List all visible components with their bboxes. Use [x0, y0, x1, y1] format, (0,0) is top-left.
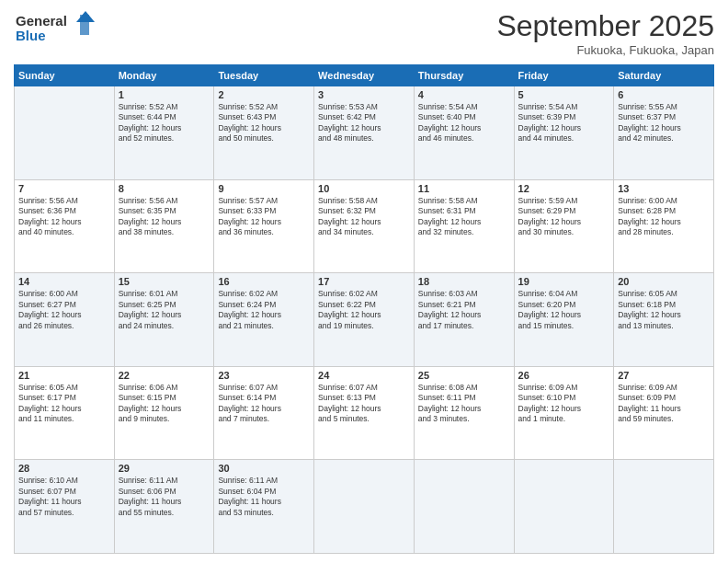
day-number: 1	[119, 89, 210, 100]
cell-info: Sunrise: 5:59 AM Sunset: 6:29 PM Dayligh…	[518, 196, 610, 238]
day-header-monday: Monday	[114, 65, 214, 86]
calendar-cell: 1Sunrise: 5:52 AM Sunset: 6:44 PM Daylig…	[114, 86, 214, 180]
day-number: 23	[218, 370, 310, 381]
svg-marker-3	[76, 11, 95, 22]
cell-info: Sunrise: 6:02 AM Sunset: 6:24 PM Dayligh…	[218, 289, 310, 331]
cell-info: Sunrise: 5:56 AM Sunset: 6:36 PM Dayligh…	[18, 196, 110, 238]
cell-info: Sunrise: 6:05 AM Sunset: 6:17 PM Dayligh…	[18, 383, 110, 425]
calendar-cell: 5Sunrise: 5:54 AM Sunset: 6:39 PM Daylig…	[514, 86, 614, 180]
day-number: 2	[218, 89, 310, 100]
calendar-cell: 9Sunrise: 5:57 AM Sunset: 6:33 PM Daylig…	[214, 179, 314, 273]
svg-text:Blue: Blue	[16, 28, 46, 43]
cell-info: Sunrise: 6:11 AM Sunset: 6:06 PM Dayligh…	[119, 476, 210, 518]
cell-info: Sunrise: 6:05 AM Sunset: 6:18 PM Dayligh…	[618, 289, 710, 331]
cell-info: Sunrise: 5:58 AM Sunset: 6:32 PM Dayligh…	[318, 196, 410, 238]
cell-info: Sunrise: 5:52 AM Sunset: 6:44 PM Dayligh…	[119, 102, 210, 144]
day-number: 9	[218, 183, 310, 194]
day-number: 21	[18, 370, 110, 381]
cell-info: Sunrise: 6:11 AM Sunset: 6:04 PM Dayligh…	[218, 476, 310, 518]
calendar-cell: 16Sunrise: 6:02 AM Sunset: 6:24 PM Dayli…	[214, 273, 314, 367]
day-number: 12	[518, 183, 610, 194]
calendar-cell: 12Sunrise: 5:59 AM Sunset: 6:29 PM Dayli…	[514, 179, 614, 273]
calendar-cell	[614, 460, 714, 554]
cell-info: Sunrise: 5:55 AM Sunset: 6:37 PM Dayligh…	[618, 102, 710, 144]
calendar-cell: 26Sunrise: 6:09 AM Sunset: 6:10 PM Dayli…	[514, 366, 614, 460]
calendar-cell: 6Sunrise: 5:55 AM Sunset: 6:37 PM Daylig…	[614, 86, 714, 180]
day-number: 16	[218, 276, 310, 287]
day-number: 6	[618, 89, 710, 100]
day-number: 11	[418, 183, 510, 194]
calendar-cell: 15Sunrise: 6:01 AM Sunset: 6:25 PM Dayli…	[114, 273, 214, 367]
cell-info: Sunrise: 5:56 AM Sunset: 6:35 PM Dayligh…	[119, 196, 210, 238]
cell-info: Sunrise: 6:09 AM Sunset: 6:09 PM Dayligh…	[618, 383, 710, 425]
calendar-cell: 2Sunrise: 5:52 AM Sunset: 6:43 PM Daylig…	[214, 86, 314, 180]
day-number: 26	[518, 370, 610, 381]
cell-info: Sunrise: 5:57 AM Sunset: 6:33 PM Dayligh…	[218, 196, 310, 238]
cell-info: Sunrise: 6:06 AM Sunset: 6:15 PM Dayligh…	[119, 383, 210, 425]
calendar-cell: 14Sunrise: 6:00 AM Sunset: 6:27 PM Dayli…	[15, 273, 115, 367]
calendar-cell: 23Sunrise: 6:07 AM Sunset: 6:14 PM Dayli…	[214, 366, 314, 460]
header: General Blue September 2025 Fukuoka, Fuk…	[14, 9, 714, 57]
day-number: 13	[618, 183, 710, 194]
cell-info: Sunrise: 5:53 AM Sunset: 6:42 PM Dayligh…	[318, 102, 410, 144]
calendar-cell	[514, 460, 614, 554]
day-number: 4	[418, 89, 510, 100]
day-number: 29	[119, 463, 210, 474]
calendar-cell: 11Sunrise: 5:58 AM Sunset: 6:31 PM Dayli…	[414, 179, 514, 273]
calendar-cell: 17Sunrise: 6:02 AM Sunset: 6:22 PM Dayli…	[314, 273, 415, 367]
day-number: 5	[518, 89, 610, 100]
svg-text:General: General	[16, 13, 67, 29]
day-number: 25	[418, 370, 510, 381]
day-header-friday: Friday	[514, 65, 614, 86]
day-header-thursday: Thursday	[414, 65, 514, 86]
calendar-cell: 4Sunrise: 5:54 AM Sunset: 6:40 PM Daylig…	[414, 86, 514, 180]
location-subtitle: Fukuoka, Fukuoka, Japan	[496, 43, 714, 57]
logo-text: General Blue	[14, 9, 97, 50]
cell-info: Sunrise: 6:00 AM Sunset: 6:27 PM Dayligh…	[18, 289, 110, 331]
cell-info: Sunrise: 6:01 AM Sunset: 6:25 PM Dayligh…	[119, 289, 210, 331]
day-number: 30	[218, 463, 310, 474]
day-number: 27	[618, 370, 710, 381]
month-title: September 2025	[496, 9, 714, 43]
day-number: 20	[618, 276, 710, 287]
calendar-cell: 8Sunrise: 5:56 AM Sunset: 6:35 PM Daylig…	[114, 179, 214, 273]
calendar-cell: 29Sunrise: 6:11 AM Sunset: 6:06 PM Dayli…	[114, 460, 214, 554]
calendar-week-row: 1Sunrise: 5:52 AM Sunset: 6:44 PM Daylig…	[15, 86, 714, 180]
day-header-saturday: Saturday	[614, 65, 714, 86]
day-header-wednesday: Wednesday	[314, 65, 415, 86]
calendar-cell: 7Sunrise: 5:56 AM Sunset: 6:36 PM Daylig…	[15, 179, 115, 273]
day-number: 7	[18, 183, 110, 194]
day-header-sunday: Sunday	[15, 65, 115, 86]
calendar-cell	[314, 460, 415, 554]
calendar-cell: 30Sunrise: 6:11 AM Sunset: 6:04 PM Dayli…	[214, 460, 314, 554]
day-number: 14	[18, 276, 110, 287]
cell-info: Sunrise: 5:54 AM Sunset: 6:39 PM Dayligh…	[518, 102, 610, 144]
cell-info: Sunrise: 6:00 AM Sunset: 6:28 PM Dayligh…	[618, 196, 710, 238]
calendar-cell: 21Sunrise: 6:05 AM Sunset: 6:17 PM Dayli…	[15, 366, 115, 460]
day-number: 3	[318, 89, 410, 100]
calendar-cell: 13Sunrise: 6:00 AM Sunset: 6:28 PM Dayli…	[614, 179, 714, 273]
calendar-week-row: 21Sunrise: 6:05 AM Sunset: 6:17 PM Dayli…	[15, 366, 714, 460]
calendar-week-row: 14Sunrise: 6:00 AM Sunset: 6:27 PM Dayli…	[15, 273, 714, 367]
cell-info: Sunrise: 5:54 AM Sunset: 6:40 PM Dayligh…	[418, 102, 510, 144]
title-block: September 2025 Fukuoka, Fukuoka, Japan	[496, 9, 714, 57]
calendar-cell	[414, 460, 514, 554]
cell-info: Sunrise: 6:03 AM Sunset: 6:21 PM Dayligh…	[418, 289, 510, 331]
day-number: 18	[418, 276, 510, 287]
cell-info: Sunrise: 5:58 AM Sunset: 6:31 PM Dayligh…	[418, 196, 510, 238]
calendar-cell: 19Sunrise: 6:04 AM Sunset: 6:20 PM Dayli…	[514, 273, 614, 367]
cell-info: Sunrise: 6:08 AM Sunset: 6:11 PM Dayligh…	[418, 383, 510, 425]
calendar-cell: 3Sunrise: 5:53 AM Sunset: 6:42 PM Daylig…	[314, 86, 415, 180]
cell-info: Sunrise: 6:07 AM Sunset: 6:13 PM Dayligh…	[318, 383, 410, 425]
cell-info: Sunrise: 6:10 AM Sunset: 6:07 PM Dayligh…	[18, 476, 110, 518]
cell-info: Sunrise: 6:02 AM Sunset: 6:22 PM Dayligh…	[318, 289, 410, 331]
day-number: 22	[119, 370, 210, 381]
calendar-week-row: 7Sunrise: 5:56 AM Sunset: 6:36 PM Daylig…	[15, 179, 714, 273]
calendar-cell: 28Sunrise: 6:10 AM Sunset: 6:07 PM Dayli…	[15, 460, 115, 554]
day-number: 10	[318, 183, 410, 194]
calendar-cell: 22Sunrise: 6:06 AM Sunset: 6:15 PM Dayli…	[114, 366, 214, 460]
calendar-cell	[15, 86, 115, 180]
calendar-cell: 25Sunrise: 6:08 AM Sunset: 6:11 PM Dayli…	[414, 366, 514, 460]
calendar-table: SundayMondayTuesdayWednesdayThursdayFrid…	[14, 64, 714, 554]
page: General Blue September 2025 Fukuoka, Fuk…	[0, 0, 728, 563]
